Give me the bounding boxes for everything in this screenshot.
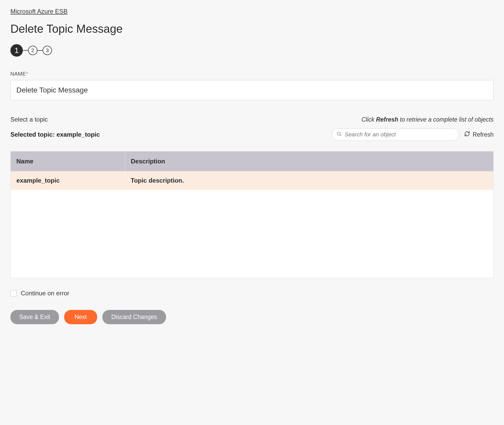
save-exit-button[interactable]: Save & Exit: [10, 310, 59, 324]
refresh-label: Refresh: [473, 131, 494, 138]
step-connector: [23, 50, 28, 51]
table-row[interactable]: example_topic Topic description.: [11, 171, 493, 190]
stepper: 1 2 3: [10, 44, 494, 57]
refresh-button[interactable]: Refresh: [464, 131, 494, 138]
step-1[interactable]: 1: [10, 44, 23, 57]
required-indicator: *: [26, 71, 28, 77]
select-topic-label: Select a topic: [10, 116, 48, 123]
refresh-hint: Click Refresh to retrieve a complete lis…: [361, 116, 494, 123]
column-header-description[interactable]: Description: [125, 151, 493, 171]
cell-name: example_topic: [11, 171, 125, 190]
page-title: Delete Topic Message: [10, 22, 494, 35]
selected-topic-label: Selected topic: example_topic: [10, 131, 100, 138]
step-3[interactable]: 3: [43, 46, 52, 55]
step-2[interactable]: 2: [28, 46, 37, 55]
refresh-icon: [464, 131, 470, 138]
column-header-name[interactable]: Name: [11, 151, 125, 171]
step-connector: [37, 50, 43, 51]
name-input[interactable]: [10, 80, 494, 100]
search-icon: [337, 131, 342, 138]
discard-changes-button[interactable]: Discard Changes: [102, 310, 166, 324]
continue-on-error-label: Continue on error: [21, 290, 69, 297]
svg-line-1: [340, 135, 341, 136]
continue-on-error-checkbox[interactable]: [10, 290, 17, 296]
search-input[interactable]: [342, 130, 454, 139]
search-box[interactable]: [332, 128, 459, 141]
breadcrumb-link[interactable]: Microsoft Azure ESB: [10, 8, 68, 15]
svg-point-0: [337, 132, 341, 135]
cell-description: Topic description.: [125, 171, 493, 190]
name-field-label: NAME*: [10, 71, 494, 77]
next-button[interactable]: Next: [64, 310, 97, 324]
topic-table: Name Description example_topic Topic des…: [10, 151, 494, 278]
